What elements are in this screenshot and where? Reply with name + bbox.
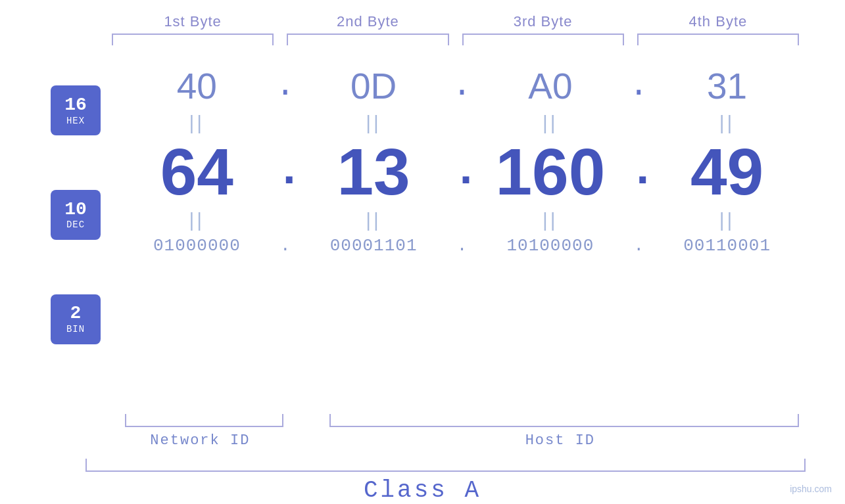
content-area: 16 HEX 10 DEC 2 BIN 40 . 0D [0,52,845,411]
hex-byte-1: 40 [118,65,276,107]
bin-row: 01000000 . 00001101 . 10100000 . 0011000… [118,233,806,262]
equals-2-2: || [295,209,452,231]
hex-row: 40 . 0D . A0 . 31 [118,52,806,110]
hex-badge-label: HEX [66,116,85,126]
bracket-line-2 [287,34,448,45]
class-label-row: Class A [0,477,845,504]
dot-gap-label [282,432,315,449]
bracket-line-3 [462,34,624,45]
host-bracket [329,414,799,427]
equals-row-1: || || || || [118,110,806,135]
bin-badge-label: BIN [66,324,85,334]
hex-byte-2: 0D [295,65,452,107]
byte-header-2: 2nd Byte [280,13,455,30]
dec-row: 64 . 13 . 160 . 49 [118,135,806,208]
equals-row-2: || || || || [118,208,806,233]
dec-byte-1: 64 [118,139,276,204]
top-brackets-row [0,34,845,45]
dec-dot-1: . [276,149,295,195]
equals-1-3: || [472,112,629,134]
bin-byte-1: 01000000 [118,236,276,256]
equals-2-4: || [648,209,806,231]
dec-byte-4: 49 [648,139,806,204]
bytes-grid: 40 . 0D . A0 . 31 || [118,52,806,411]
bin-badge-number: 2 [70,304,82,324]
byte-header-1: 1st Byte [105,13,280,30]
byte-header-3: 3rd Byte [456,13,631,30]
network-id-label: Network ID [118,432,282,449]
hex-byte-3: A0 [472,65,629,107]
bracket-line-4 [637,34,799,45]
dec-badge-number: 10 [64,200,87,220]
dec-dot-2: . [452,149,472,195]
bin-dot-3: . [629,237,648,254]
bracket-line-1 [112,34,274,45]
badges-column: 16 HEX 10 DEC 2 BIN [33,52,118,411]
hex-dot-2: . [452,70,472,103]
dec-badge-label: DEC [66,219,85,230]
bin-dot-1: . [276,237,295,254]
watermark: ipshu.com [790,484,832,494]
bottom-section: Network ID Host ID [0,414,845,472]
hex-byte-4: 31 [648,65,806,107]
bracket-cell-2 [280,34,455,45]
byte-header-4: 4th Byte [631,13,806,30]
equals-2-3: || [472,209,629,231]
bracket-cell-4 [631,34,806,45]
network-bracket [125,414,283,427]
hex-dot-3: . [629,70,648,103]
bin-badge: 2 BIN [51,294,101,344]
dec-dot-3: . [629,149,648,195]
equals-2-1: || [118,209,276,231]
equals-1-2: || [295,112,452,134]
dec-byte-2: 13 [295,139,452,204]
equals-1-4: || [648,112,806,134]
byte-headers: 1st Byte 2nd Byte 3rd Byte 4th Byte [0,0,845,30]
dec-badge: 10 DEC [51,190,101,240]
bin-byte-3: 10100000 [472,236,629,256]
host-id-label: Host ID [315,432,806,449]
id-labels-row: Network ID Host ID [33,432,806,449]
hex-badge: 16 HEX [51,85,101,135]
bracket-cell-1 [105,34,280,45]
hex-badge-number: 16 [64,95,87,116]
bin-byte-4: 00110001 [648,236,806,256]
bin-dot-2: . [452,237,472,254]
hex-dot-1: . [276,70,295,103]
equals-1-1: || [118,112,276,134]
class-label: Class A [364,477,481,504]
bracket-cell-3 [456,34,631,45]
inner-brackets-row [33,414,806,427]
outer-bracket [85,459,806,472]
main-container: 1st Byte 2nd Byte 3rd Byte 4th Byte 16 H… [0,0,845,504]
bin-byte-2: 00001101 [295,236,452,256]
dec-byte-3: 160 [472,139,629,204]
dot-gap-1 [290,414,323,427]
